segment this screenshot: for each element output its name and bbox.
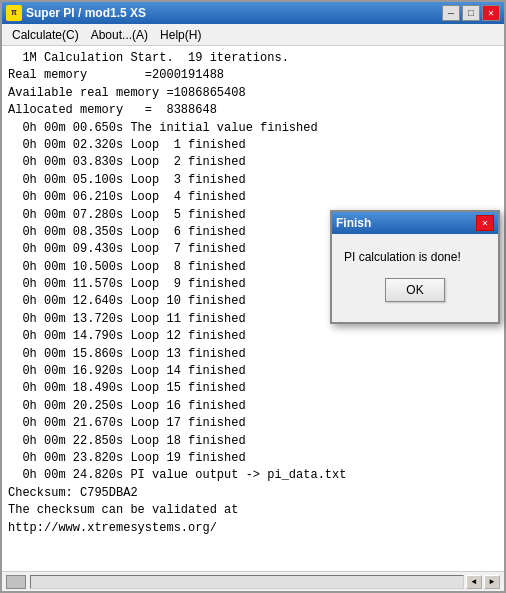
- ok-button[interactable]: OK: [385, 278, 445, 302]
- dialog-body: PI calculation is done! OK: [332, 234, 498, 322]
- dialog-overlay: Finish ✕ PI calculation is done! OK: [0, 0, 506, 593]
- dialog-title: Finish: [336, 216, 476, 230]
- dialog-title-bar: Finish ✕: [332, 212, 498, 234]
- dialog-message: PI calculation is done!: [344, 250, 486, 264]
- finish-dialog: Finish ✕ PI calculation is done! OK: [330, 210, 500, 324]
- dialog-close-button[interactable]: ✕: [476, 215, 494, 231]
- dialog-footer: OK: [344, 278, 486, 312]
